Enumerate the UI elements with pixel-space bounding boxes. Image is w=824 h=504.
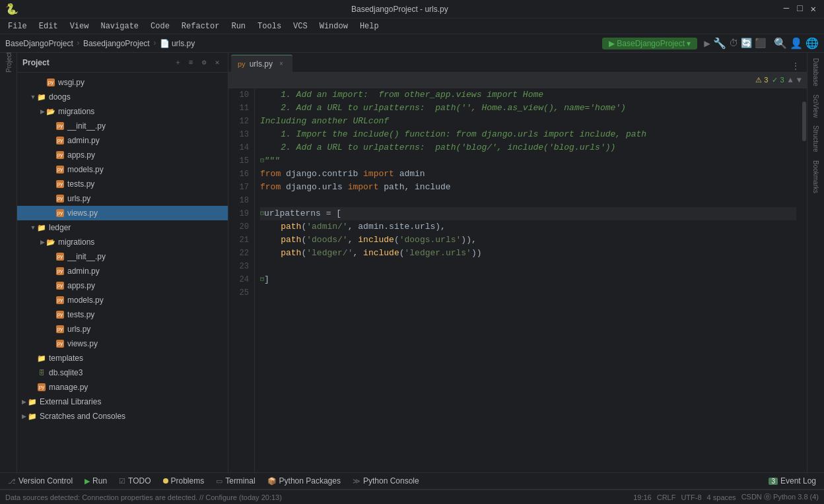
tree-collapse-btn[interactable]: ≡ [186, 57, 196, 68]
tree-node-__init___py[interactable]: py__init__.py [17, 119, 228, 133]
tab-menu-btn[interactable]: ⋮ [787, 61, 804, 72]
tree-node-templates[interactable]: 📁templates [17, 351, 228, 365]
plugins-icon[interactable]: 🌐 [806, 37, 819, 50]
todo-tab[interactable]: ☑ TODO [114, 474, 156, 488]
debug-icon[interactable]: 🔧 [713, 37, 726, 50]
profile-icon[interactable]: ⏱ [729, 38, 738, 49]
menu-item-refactor[interactable]: Refactor [176, 20, 225, 32]
tree-settings-btn[interactable]: ⚙ [199, 57, 209, 68]
tree-close-btn[interactable]: ✕ [212, 57, 223, 68]
tree-node-tests_py[interactable]: pytests.py [17, 177, 228, 191]
breadcrumb-file[interactable]: 📄 urls.py [160, 39, 195, 48]
menu-item-window[interactable]: Window [314, 20, 353, 32]
line-number-12: 12 [231, 115, 252, 128]
menu-item-view[interactable]: View [65, 20, 94, 32]
event-log-tab[interactable]: 3 Event Log [763, 474, 821, 488]
python-packages-tab[interactable]: 📦 Python Packages [262, 474, 346, 488]
tree-node-urls_py[interactable]: pyurls.py [17, 322, 228, 336]
main-area: Project Project ＋ ≡ ⚙ ✕ pywsgi.py▼📁doogs… [0, 53, 824, 472]
file-icon: py [37, 383, 46, 392]
profile-btn[interactable]: 👤 [790, 37, 803, 50]
token: ( [301, 247, 306, 260]
navigate-up-btn[interactable]: ▲ [788, 76, 793, 85]
menu-item-vcs[interactable]: VCS [288, 20, 313, 32]
tree-node-ledger[interactable]: ▼📁ledger [17, 220, 228, 235]
token: 1. Add an import: [260, 88, 378, 102]
tab-file-icon: py [238, 60, 246, 68]
interpreter-info[interactable]: CSDN ⓔ Python 3.8 (4) [741, 492, 819, 502]
menu-item-help[interactable]: Help [355, 20, 384, 32]
vertical-scrollbar[interactable] [802, 88, 807, 472]
problems-tab[interactable]: Problems [158, 474, 210, 488]
structure-panel-btn[interactable]: Structure [811, 123, 821, 155]
token: ( [301, 220, 306, 234]
menu-item-code[interactable]: Code [145, 20, 175, 32]
run-tab[interactable]: ▶ Run [79, 474, 112, 488]
menu-item-tools[interactable]: Tools [252, 20, 287, 32]
tree-node-admin_py[interactable]: pyadmin.py [17, 264, 228, 278]
tab-urls-py[interactable]: py urls.py × [231, 55, 292, 72]
encoding[interactable]: UTF-8 [681, 493, 701, 501]
menu-item-navigate[interactable]: Navigate [95, 20, 144, 32]
code-line-23 [260, 260, 796, 273]
ok-count[interactable]: ✓ 3 [772, 76, 784, 84]
tree-node-Scratches and Consoles[interactable]: ▶📁Scratches and Consoles [17, 409, 228, 424]
menu-item-file[interactable]: File [3, 20, 32, 32]
search-icon[interactable]: 🔍 [774, 37, 787, 50]
tree-node-wsgi_py[interactable]: pywsgi.py [17, 75, 228, 90]
warning-count[interactable]: ⚠ 3 [755, 76, 768, 84]
navigate-down-btn[interactable]: ▼ [797, 76, 802, 85]
sciview-panel-btn[interactable]: SciView [811, 92, 821, 120]
token: path [281, 220, 301, 234]
tree-node-doogs[interactable]: ▼📁doogs [17, 90, 228, 104]
run-tab-icon: ▶ [85, 477, 90, 486]
tree-node-label: migrations [58, 107, 94, 116]
file-tree-content[interactable]: pywsgi.py▼📁doogs▶📂migrationspy__init__.p… [17, 73, 228, 472]
tree-node-db_sqlite3[interactable]: 🗄db.sqlite3 [17, 365, 228, 380]
python-console-tab[interactable]: ≫ Python Console [347, 474, 425, 488]
run-icon[interactable]: ▶ [704, 37, 710, 50]
tree-node-migrations[interactable]: ▶📂migrations [17, 104, 228, 119]
tree-node-tests_py[interactable]: pytests.py [17, 307, 228, 322]
tree-node-views_py[interactable]: pyviews.py [17, 206, 228, 220]
database-panel-btn[interactable]: Database [811, 55, 821, 89]
tree-node-External Libraries[interactable]: ▶📁External Libraries [17, 394, 228, 409]
tree-node-__init___py[interactable]: py__init__.py [17, 249, 228, 264]
cursor-position[interactable]: 19:16 [633, 493, 652, 501]
tree-node-admin_py[interactable]: pyadmin.py [17, 133, 228, 148]
tree-node-urls_py[interactable]: pyurls.py [17, 191, 228, 206]
menu-item-run[interactable]: Run [226, 20, 251, 32]
terminal-tab[interactable]: ▭ Terminal [211, 474, 260, 488]
version-control-tab[interactable]: ⎇ Version Control [3, 474, 78, 488]
maximize-button[interactable]: □ [794, 3, 805, 15]
tree-node-migrations[interactable]: ▶📂migrations [17, 235, 228, 249]
bookmarks-panel-btn[interactable]: Bookmarks [811, 158, 821, 196]
tree-node-apps_py[interactable]: pyapps.py [17, 278, 228, 293]
line-endings[interactable]: CRLF [657, 493, 676, 501]
code-content[interactable]: 1. Add an import: from other_app.views i… [255, 88, 802, 472]
menu-item-edit[interactable]: Edit [34, 20, 63, 32]
status-message: Data sources detected: Connection proper… [5, 493, 282, 501]
tree-node-models_py[interactable]: pymodels.py [17, 293, 228, 307]
minimize-button[interactable]: ─ [781, 3, 792, 15]
scrollbar-thumb[interactable] [802, 102, 806, 141]
close-button[interactable]: ✕ [808, 3, 819, 15]
tab-close-btn[interactable]: × [277, 59, 286, 69]
py-icon: py [56, 195, 64, 203]
breadcrumb-subdir[interactable]: BasedjangoProject [83, 39, 150, 48]
breadcrumb-project[interactable]: BaseDjangoProject [5, 39, 73, 48]
coverage-icon[interactable]: 🔄 [741, 38, 752, 49]
tree-node-label: admin.py [67, 136, 100, 145]
tree-add-btn[interactable]: ＋ [172, 57, 183, 68]
indent[interactable]: 4 spaces [707, 493, 736, 501]
run-button[interactable]: ▶ BaseDjangoProject ▾ [602, 38, 697, 49]
code-line-17: from django.urls import path, include [260, 181, 796, 194]
token: )), [461, 234, 476, 247]
tree-node-label: Scratches and Consoles [40, 412, 125, 421]
tree-node-views_py[interactable]: pyviews.py [17, 336, 228, 351]
project-icon[interactable]: Project [2, 55, 15, 69]
tree-node-models_py[interactable]: pymodels.py [17, 162, 228, 177]
tree-node-manage_py[interactable]: pymanage.py [17, 380, 228, 394]
tree-node-apps_py[interactable]: pyapps.py [17, 148, 228, 162]
stop-icon[interactable]: ⬛ [755, 38, 766, 49]
